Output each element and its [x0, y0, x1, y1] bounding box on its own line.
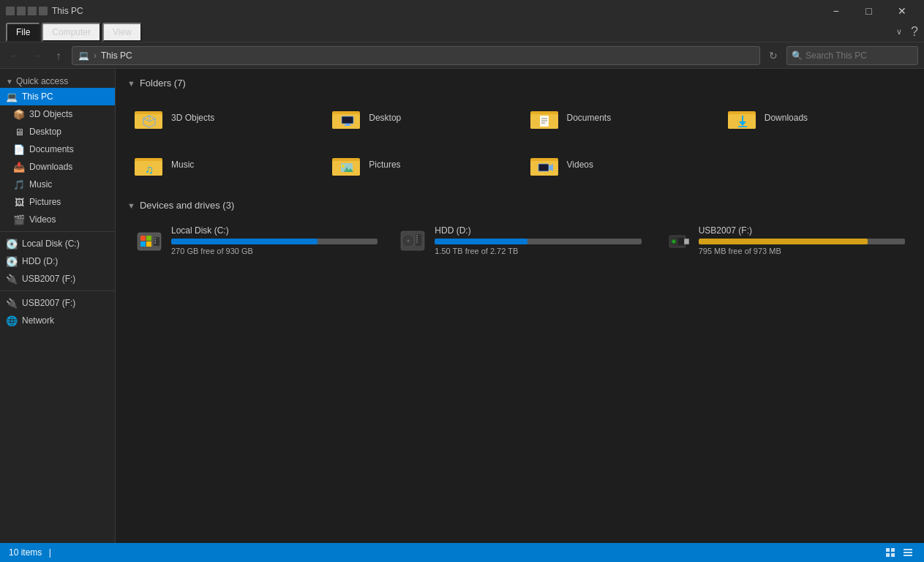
sidebar-item-this-pc[interactable]: 💻 This PC — [0, 88, 115, 105]
downloads-icon: 📥 — [13, 161, 25, 173]
folder-label-documents: Documents — [567, 113, 612, 123]
desktop-icon: 🖥 — [13, 126, 25, 138]
grid-view-button[interactable] — [883, 545, 898, 560]
svg-rect-67 — [904, 549, 912, 550]
svg-point-31 — [342, 165, 345, 168]
forward-button[interactable]: → — [28, 47, 45, 64]
content-pane: ▼ Folders (7) — [116, 69, 924, 543]
sidebar-item-usb2007-drive[interactable]: 🔌 USB2007 (F:) — [0, 270, 115, 288]
svg-rect-9 — [342, 116, 353, 124]
sidebar-label-music: Music — [29, 179, 52, 190]
title-bar: This PC − □ ✕ — [0, 0, 924, 22]
folder-item-downloads[interactable]: Downloads — [721, 97, 912, 138]
ribbon-expand-icon[interactable]: ∨ — [892, 25, 906, 40]
back-button[interactable]: ← — [6, 47, 23, 64]
sidebar-item-network[interactable]: 🌐 Network — [0, 312, 115, 329]
up-button[interactable]: ↑ — [50, 47, 67, 64]
sidebar-sep-1 — [0, 231, 115, 232]
tab-computer[interactable]: Computer — [42, 23, 101, 42]
status-bar: 10 items | — [0, 543, 924, 562]
tb-icon-4 — [39, 7, 48, 15]
folder-label-music: Music — [171, 160, 194, 170]
sidebar-item-local-disk[interactable]: 💽 Local Disk (C:) — [0, 235, 115, 252]
sidebar-item-desktop[interactable]: 🖥 Desktop — [0, 123, 115, 140]
drives-chevron-icon: ▼ — [127, 201, 135, 210]
drive-free-hdd-d: 1.50 TB free of 2.72 TB — [435, 247, 641, 255]
tab-view[interactable]: View — [102, 23, 142, 42]
folder-item-desktop[interactable]: Desktop — [325, 97, 517, 138]
folder-item-documents[interactable]: Documents — [523, 97, 715, 138]
drives-grid: Local Disk (C:) 270 GB free of 930 GB — [127, 220, 912, 261]
sidebar-label-videos: Videos — [29, 214, 56, 225]
folder-svg-3d-objects — [135, 105, 164, 130]
folder-label-pictures: Pictures — [369, 160, 400, 170]
sidebar-label-desktop: Desktop — [29, 127, 61, 137]
sidebar-item-downloads[interactable]: 📥 Downloads — [0, 158, 115, 176]
svg-rect-54 — [416, 239, 418, 241]
sidebar-item-documents[interactable]: 📄 Documents — [0, 140, 115, 158]
sidebar-item-usb2007-net[interactable]: 🔌 USB2007 (F:) — [0, 294, 115, 312]
chevron-down-icon: ∨ — [896, 27, 902, 37]
folder-icon-videos — [530, 150, 560, 179]
tb-icon-1 — [6, 7, 15, 15]
sidebar-label-local-disk: Local Disk (C:) — [22, 239, 80, 249]
sidebar-item-music[interactable]: 🎵 Music — [0, 176, 115, 193]
folder-icon-3d-objects — [135, 103, 164, 132]
folder-icon-documents — [530, 103, 560, 132]
drive-item-local-disk[interactable]: Local Disk (C:) 270 GB free of 930 GB — [127, 220, 385, 261]
search-icon: 🔍 — [792, 50, 803, 61]
folder-svg-music: ♫ — [135, 152, 164, 177]
music-icon: 🎵 — [13, 179, 25, 190]
sidebar-header-quick-access[interactable]: ▼ Quick access — [0, 72, 115, 88]
folder-item-music[interactable]: ♫ Music — [127, 144, 319, 185]
folder-svg-downloads — [728, 105, 757, 130]
svg-point-61 — [672, 240, 675, 242]
svg-rect-53 — [416, 237, 418, 239]
folder-label-videos: Videos — [567, 160, 593, 170]
address-bar: ← → ↑ 💻 › This PC ↻ 🔍 — [0, 42, 924, 69]
items-count-text: 10 items — [9, 547, 42, 558]
search-input[interactable] — [805, 50, 913, 61]
address-path-bar[interactable]: 💻 › This PC — [72, 46, 760, 65]
tab-file[interactable]: File — [6, 23, 40, 42]
svg-rect-41 — [146, 241, 151, 247]
folder-item-videos[interactable]: Videos — [523, 144, 715, 185]
folders-section-header[interactable]: ▼ Folders (7) — [127, 78, 912, 89]
drive-name-local-disk: Local Disk (C:) — [171, 225, 378, 236]
grid-view-icon — [885, 547, 895, 558]
folder-label-3d-objects: 3D Objects — [171, 113, 214, 123]
view-toggle-buttons — [883, 545, 915, 560]
drive-item-hdd-d[interactable]: HDD (D:) 1.50 TB free of 2.72 TB — [391, 220, 648, 261]
sidebar-item-3d-objects[interactable]: 📦 3D Objects — [0, 105, 115, 123]
ribbon: File Computer View ∨ ? — [0, 22, 924, 42]
svg-rect-43 — [154, 238, 156, 239]
drives-section-header[interactable]: ▼ Devices and drives (3) — [127, 200, 912, 211]
hdd-icon: 💽 — [6, 255, 18, 267]
svg-rect-62 — [678, 238, 684, 245]
drive-item-usb-f[interactable]: USB2007 (F:) 795 MB free of 973 MB — [655, 220, 912, 261]
folder-svg-documents — [530, 105, 560, 130]
maximize-button[interactable]: □ — [852, 0, 885, 22]
sidebar-item-videos[interactable]: 🎬 Videos — [0, 211, 115, 228]
folder-item-3d-objects[interactable]: 3D Objects — [127, 97, 319, 138]
sidebar: ▼ Quick access 💻 This PC 📦 3D Objects 🖥 … — [0, 69, 116, 543]
folder-icon-downloads — [728, 103, 757, 132]
ribbon-help-icon[interactable]: ? — [911, 24, 918, 40]
sidebar-item-hdd-d[interactable]: 💽 HDD (D:) — [0, 252, 115, 270]
minimize-button[interactable]: − — [819, 0, 852, 22]
close-button[interactable]: ✕ — [885, 0, 918, 22]
sidebar-item-pictures[interactable]: 🖼 Pictures — [0, 193, 115, 211]
network-icon: 🌐 — [6, 315, 18, 326]
main-area: ▼ Quick access 💻 This PC 📦 3D Objects 🖥 … — [0, 69, 924, 543]
path-segment: 💻 › This PC — [78, 50, 132, 61]
folder-item-pictures[interactable]: Pictures — [325, 144, 517, 185]
status-separator: | — [49, 547, 51, 558]
videos-icon: 🎬 — [13, 214, 25, 225]
refresh-button[interactable]: ↻ — [765, 47, 782, 64]
search-box[interactable]: 🔍 — [786, 46, 918, 65]
items-count: 10 items | — [9, 547, 56, 558]
sidebar-sep-2 — [0, 291, 115, 291]
drive-icon-usb-f — [662, 226, 691, 255]
svg-rect-38 — [140, 236, 146, 241]
list-view-button[interactable] — [901, 545, 915, 560]
